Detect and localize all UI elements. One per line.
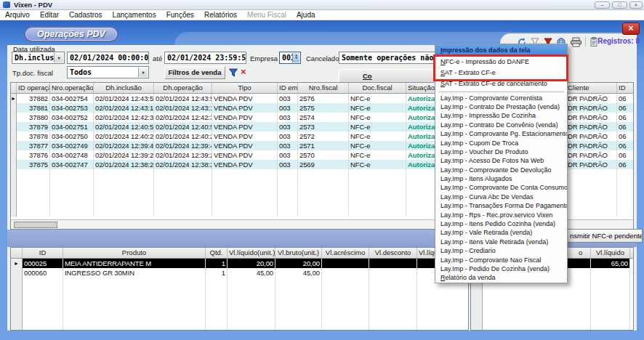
column-header[interactable]: Doc.fiscal [349, 83, 406, 93]
cell[interactable]: 003 [278, 141, 298, 150]
cell[interactable]: 02/01/2024 12:40:54 [154, 122, 212, 131]
menu-item[interactable]: Lay.Imp - Contrato De Convênio (venda) [435, 121, 567, 129]
spin-down-icon[interactable]: ▼ [295, 56, 297, 60]
cell[interactable]: NFC-e [349, 150, 406, 160]
cell[interactable]: 06 [617, 150, 634, 160]
row-selector[interactable] [11, 113, 17, 122]
filtros-venda-button[interactable]: Filtros de venda [164, 66, 225, 79]
menubar-item-fun-es[interactable]: Funções [161, 11, 199, 19]
cell[interactable]: 034-002749 [50, 141, 94, 150]
cell[interactable]: 003 [278, 131, 298, 141]
cell[interactable]: DR PADRÃO [566, 141, 617, 150]
column-header[interactable]: Vl.desconto [369, 248, 417, 258]
consultar-button[interactable]: Co [339, 69, 435, 83]
cell[interactable]: 034-002751 [50, 122, 94, 131]
cell[interactable]: 02/01/2024 12:40:22 [94, 131, 154, 141]
cell[interactable]: 02/01/2024 12:38:28 [154, 160, 212, 169]
cell[interactable]: VENDA PDV [212, 103, 278, 113]
cell[interactable]: 034-002748 [50, 150, 94, 160]
column-header[interactable]: Nro.fiscal [298, 83, 349, 93]
column-header[interactable]: Vl.bruto(unit.) [275, 248, 322, 258]
column-header[interactable]: Dh.inclusão [94, 83, 154, 93]
cell[interactable]: 02/01/2024 12:43:11 [154, 103, 212, 113]
column-header[interactable]: Produto [63, 248, 206, 258]
menubar-item-cadastros[interactable]: Cadastros [64, 11, 108, 19]
column-header[interactable]: Cliente [566, 83, 617, 93]
cell[interactable]: 02/01/2024 12:39:48 [154, 141, 212, 150]
menu-item[interactable]: Lay.Imp - Voucher De Produto [435, 147, 567, 156]
cell[interactable]: 45,00 [228, 268, 275, 278]
menu-item[interactable]: Lay.Imp - Comprovante Correntista [435, 94, 567, 102]
cell[interactable]: VENDA PDV [212, 113, 278, 122]
cell[interactable]: DR PADRÃO [566, 122, 617, 131]
chevron-down-icon[interactable]: ▼ [54, 53, 63, 62]
cell[interactable]: 20,00 [275, 259, 322, 268]
cell[interactable]: 2576 [298, 94, 349, 103]
empresa-stepper[interactable]: 003 ▲▼ [279, 52, 301, 64]
cell[interactable]: 003 [278, 160, 298, 169]
cell[interactable]: 06 [617, 131, 634, 141]
cell[interactable]: NFC-e [349, 113, 406, 122]
cell[interactable]: 37875 [17, 160, 50, 169]
menu-item[interactable]: Lay.Imp - Cupom De Troca [435, 139, 567, 147]
cell[interactable]: VENDA PDV [212, 94, 278, 103]
date-field-combo[interactable]: Dh.inclusão ▼ [12, 52, 65, 64]
menu-item[interactable]: Lay.Imp - Rps - Rec.prov.servico Vixen [435, 211, 567, 219]
menu-item[interactable]: Relatório da venda [435, 273, 567, 282]
cell[interactable]: 06 [617, 94, 634, 103]
menu-item[interactable]: Lay.Imp - Acesso De Fotos Na Web [435, 156, 567, 165]
column-header[interactable]: Qtd. [206, 248, 228, 258]
cell[interactable]: 003 [278, 150, 298, 160]
chevron-down-icon[interactable]: ▼ [138, 68, 148, 77]
menubar-item-editar[interactable]: Editar [35, 11, 64, 19]
minimize-button[interactable]: – [595, 1, 610, 9]
column-header[interactable]: Vl.acréscimo [322, 248, 369, 258]
window-close-button[interactable]: × [629, 1, 643, 9]
row-marker[interactable]: ► [11, 259, 23, 268]
cell[interactable]: NFC-e [349, 141, 406, 150]
cell[interactable]: 20,00 [228, 259, 275, 268]
date-to-input[interactable]: 02/01/2024 23:59:59 [164, 52, 246, 64]
cell[interactable]: 003 [278, 103, 298, 113]
filter-blue-icon[interactable] [228, 68, 238, 78]
menu-item[interactable]: Lay.Imp - Comprovante Nao Fiscal [435, 256, 567, 264]
menu-item[interactable]: Lay.Imp - Contrato De Prestação (venda) [435, 102, 567, 111]
cell[interactable]: 06 [617, 141, 634, 150]
cell[interactable]: VENDA PDV [212, 122, 278, 131]
cell[interactable]: 034-002754 [50, 94, 94, 103]
date-from-input[interactable]: 02/01/2024 00:00:00 [67, 52, 149, 64]
cell[interactable] [322, 268, 369, 278]
cell[interactable]: 37879 [17, 122, 50, 131]
cell[interactable]: 37882 [17, 94, 50, 103]
cell[interactable]: 2569 [298, 160, 349, 169]
cell[interactable]: 65,00 [591, 259, 630, 268]
cell[interactable]: 37881 [17, 103, 50, 113]
cell[interactable]: INGRESSO GR 30MIN [63, 268, 206, 278]
menu-item[interactable]: Lay.Imp - Itens Alugados [435, 174, 567, 183]
cell[interactable]: 034-002750 [50, 131, 94, 141]
clear-filter-icon[interactable]: × [241, 66, 246, 77]
table-row[interactable]: ►000025MEIA ANTIDERRAPANTE M120,0020,00 [11, 259, 468, 268]
cell[interactable]: 06 [617, 103, 634, 113]
table-row[interactable]: 000060INGRESSO GR 30MIN145,0045,00 [11, 268, 468, 278]
cell[interactable]: 02/01/2024 12:40:54 [94, 122, 154, 131]
row-selector[interactable] [11, 141, 17, 150]
cancelados-combo[interactable]: Somente operações não ca [339, 52, 448, 64]
menu-item[interactable]: Lay.Imp - Vale Retirada (venda) [435, 228, 567, 237]
cell[interactable]: 034-002752 [50, 113, 94, 122]
cell[interactable]: 45,00 [275, 268, 322, 278]
cell[interactable]: 003 [278, 94, 298, 103]
row-selector[interactable] [11, 131, 17, 141]
menubar-item-relat-rios[interactable]: Relatórios [199, 11, 242, 19]
cell[interactable]: 2571 [298, 141, 349, 150]
row-selector[interactable] [11, 122, 17, 131]
transmit-nfce-button[interactable]: nsmitir NFC-e pendentes [566, 229, 643, 243]
menu-item[interactable]: Lay.Imp - Comprovante De Devolução [435, 166, 567, 174]
cell[interactable]: NFC-e [349, 122, 406, 131]
menu-item[interactable]: Lay.Imp - Itens Pedido Cozinha (venda) [435, 219, 567, 228]
cell[interactable]: 000025 [23, 259, 63, 268]
cell[interactable]: DR PADRÃO [566, 113, 617, 122]
cell[interactable]: 02/01/2024 12:43:11 [94, 103, 154, 113]
cell[interactable]: 06 [617, 113, 634, 122]
cell[interactable]: 02/01/2024 12:39:48 [94, 141, 154, 150]
